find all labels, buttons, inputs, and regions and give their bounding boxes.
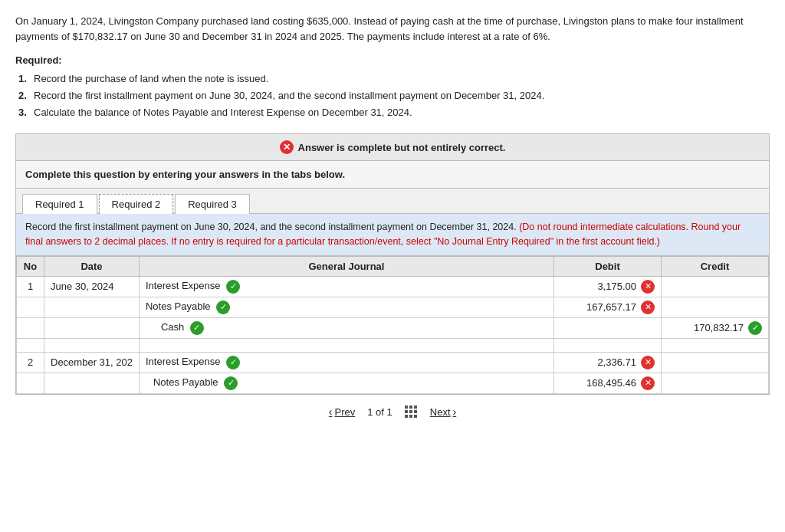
cell-account: Cash ✓ bbox=[139, 317, 553, 338]
intro-text: On January 1, 2024, Livingston Company p… bbox=[15, 14, 770, 44]
table-row: Notes Payable ✓ 167,657.17 ✕ bbox=[17, 297, 769, 317]
cell-no: 1 bbox=[17, 276, 44, 297]
col-no: No bbox=[17, 256, 44, 276]
cell-account: Interest Expense ✓ bbox=[139, 276, 553, 297]
check-icon: ✓ bbox=[216, 300, 230, 314]
instruction-box: Record the first installment payment on … bbox=[16, 214, 769, 256]
error-badge: ✕ bbox=[641, 280, 655, 294]
error-icon: ✕ bbox=[280, 140, 294, 154]
cell-debit: 3,175.00 ✕ bbox=[554, 276, 662, 297]
error-badge: ✕ bbox=[641, 376, 655, 390]
journal-table: No Date General Journal Debit Credit 1 J… bbox=[16, 256, 769, 394]
ok-badge: ✓ bbox=[748, 321, 762, 335]
cell-date bbox=[44, 317, 140, 338]
tab-required-3[interactable]: Required 3 bbox=[175, 194, 250, 214]
tab-required-2[interactable]: Required 2 bbox=[99, 194, 174, 214]
cell-credit bbox=[662, 373, 769, 393]
tabs-container: Required 1 Required 2 Required 3 Record … bbox=[15, 189, 770, 395]
required-list: 1. Record the purchase of land when the … bbox=[18, 71, 770, 121]
complete-banner: Complete this question by entering your … bbox=[15, 161, 770, 189]
cell-date: June 30, 2024 bbox=[44, 276, 140, 297]
tab-required-1[interactable]: Required 1 bbox=[22, 194, 97, 214]
col-date: Date bbox=[44, 256, 140, 276]
page-info: 1 of 1 bbox=[367, 406, 392, 418]
check-icon: ✓ bbox=[226, 356, 240, 369]
col-credit: Credit bbox=[662, 256, 769, 276]
cell-debit: 168,495.46 ✕ bbox=[554, 373, 662, 393]
next-button[interactable]: Next › bbox=[430, 406, 456, 418]
required-item-2: 2. Record the first installment payment … bbox=[18, 87, 770, 104]
tabs-row: Required 1 Required 2 Required 3 bbox=[16, 189, 769, 214]
cell-no bbox=[17, 297, 44, 317]
tab-content: Record the first installment payment on … bbox=[16, 214, 769, 394]
cell-debit bbox=[554, 317, 662, 338]
check-icon: ✓ bbox=[224, 376, 238, 390]
chevron-left-icon: ‹ bbox=[329, 406, 333, 418]
error-badge: ✕ bbox=[641, 300, 655, 314]
cell-debit: 167,657.17 ✕ bbox=[554, 297, 662, 317]
cell-no bbox=[17, 373, 44, 393]
required-label: Required: bbox=[15, 54, 770, 66]
cell-no bbox=[17, 317, 44, 338]
error-badge: ✕ bbox=[641, 356, 655, 369]
answer-banner: ✕ Answer is complete but not entirely co… bbox=[15, 133, 770, 161]
cell-credit bbox=[662, 276, 769, 297]
table-row: 1 June 30, 2024 Interest Expense ✓ 3,175… bbox=[17, 276, 769, 297]
col-debit: Debit bbox=[554, 256, 662, 276]
cell-account: Notes Payable ✓ bbox=[139, 373, 553, 393]
cell-credit bbox=[662, 297, 769, 317]
check-icon: ✓ bbox=[226, 280, 240, 294]
cell-date bbox=[44, 297, 140, 317]
grid-icon[interactable] bbox=[405, 406, 418, 419]
table-row: 2 December 31, 202 Interest Expense ✓ 2,… bbox=[17, 352, 769, 373]
table-row: Notes Payable ✓ 168,495.46 ✕ bbox=[17, 373, 769, 393]
required-item-1: 1. Record the purchase of land when the … bbox=[18, 71, 770, 87]
col-general-journal: General Journal bbox=[139, 256, 553, 276]
cell-credit: 170,832.17 ✓ bbox=[662, 317, 769, 338]
cell-no: 2 bbox=[17, 352, 44, 373]
cell-account: Interest Expense ✓ bbox=[139, 352, 553, 373]
cell-debit: 2,336.71 ✕ bbox=[554, 352, 662, 373]
cell-date bbox=[44, 373, 140, 393]
cell-credit bbox=[662, 352, 769, 373]
table-row: Cash ✓ 170,832.17 ✓ bbox=[17, 317, 769, 338]
pagination-bar: ‹ Prev 1 of 1 Next › bbox=[15, 395, 770, 423]
chevron-right-icon: › bbox=[453, 406, 457, 418]
required-item-3: 3. Calculate the balance of Notes Payabl… bbox=[18, 104, 770, 121]
prev-button[interactable]: ‹ Prev bbox=[329, 406, 355, 418]
cell-account: Notes Payable ✓ bbox=[139, 297, 553, 317]
check-icon: ✓ bbox=[190, 321, 204, 335]
spacer-row bbox=[17, 338, 769, 352]
cell-date: December 31, 202 bbox=[44, 352, 140, 373]
